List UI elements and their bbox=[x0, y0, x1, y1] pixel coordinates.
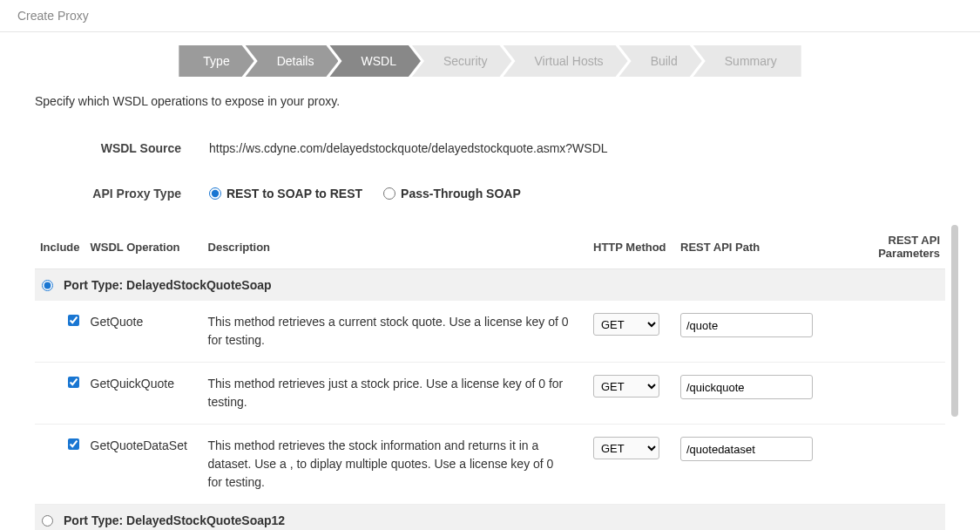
proxy-type-radio-passthrough[interactable] bbox=[383, 187, 395, 200]
proxy-type-label: API Proxy Type bbox=[35, 187, 209, 200]
operation-row-getquote: GetQuote This method retrieves a current… bbox=[35, 301, 945, 363]
col-include: Include bbox=[35, 225, 85, 269]
proxy-type-row: API Proxy Type REST to SOAP to REST Pass… bbox=[35, 180, 945, 207]
rest-path-input[interactable] bbox=[680, 375, 813, 399]
step-summary: Summary bbox=[693, 45, 801, 77]
rest-path-input[interactable] bbox=[680, 313, 813, 337]
http-method-select[interactable]: GET bbox=[593, 313, 659, 336]
step-security: Security bbox=[412, 45, 512, 77]
operations-table: Include WSDL Operation Description HTTP … bbox=[35, 225, 945, 530]
http-method-select[interactable]: GET bbox=[593, 437, 659, 459]
instruction-text: Specify which WSDL operations to expose … bbox=[35, 94, 945, 134]
step-build: Build bbox=[619, 45, 702, 77]
operation-name: GetQuoteDataSet bbox=[85, 425, 203, 505]
proxy-type-option-rest[interactable]: REST to SOAP to REST bbox=[209, 187, 362, 200]
operation-description: This method retrieves a current stock qu… bbox=[203, 301, 588, 363]
include-checkbox[interactable] bbox=[68, 315, 79, 326]
proxy-type-label-passthrough: Pass-Through SOAP bbox=[401, 187, 521, 200]
step-type[interactable]: Type bbox=[179, 45, 253, 77]
proxy-type-option-passthrough[interactable]: Pass-Through SOAP bbox=[383, 187, 521, 200]
operation-name: GetQuickQuote bbox=[85, 363, 203, 425]
step-details[interactable]: Details bbox=[246, 45, 339, 77]
scrollbar[interactable] bbox=[951, 225, 958, 417]
col-params: REST API Parameters bbox=[823, 225, 945, 269]
page-title: Create Proxy bbox=[17, 9, 89, 23]
port-radio-soap[interactable] bbox=[42, 280, 53, 291]
operation-description: This method retrieves the stock informat… bbox=[203, 425, 588, 505]
port-label: Port Type: DelayedStockQuoteSoap bbox=[64, 278, 272, 292]
operation-description: This method retrieves just a stock price… bbox=[203, 363, 588, 425]
step-virtual-hosts: Virtual Hosts bbox=[504, 45, 628, 77]
include-checkbox[interactable] bbox=[68, 438, 79, 450]
col-description: Description bbox=[203, 225, 588, 269]
port-row-soap12: Port Type: DelayedStockQuoteSoap12 bbox=[35, 505, 945, 531]
port-radio-soap12[interactable] bbox=[42, 515, 53, 527]
include-checkbox[interactable] bbox=[68, 377, 79, 388]
proxy-type-radio-rest[interactable] bbox=[209, 187, 221, 200]
operation-name: GetQuote bbox=[85, 301, 203, 363]
content-wrapper: Type Details WSDL Security Virtual Hosts… bbox=[17, 32, 963, 530]
col-method: HTTP Method bbox=[588, 225, 675, 269]
step-wsdl[interactable]: WSDL bbox=[329, 45, 420, 77]
proxy-type-label-rest: REST to SOAP to REST bbox=[226, 187, 362, 200]
col-path: REST API Path bbox=[675, 225, 823, 269]
port-row-soap: Port Type: DelayedStockQuoteSoap bbox=[35, 269, 945, 302]
port-label: Port Type: DelayedStockQuoteSoap12 bbox=[64, 513, 285, 527]
col-operation: WSDL Operation bbox=[85, 225, 203, 269]
operations-table-area: Include WSDL Operation Description HTTP … bbox=[35, 225, 945, 530]
rest-path-input[interactable] bbox=[680, 437, 813, 461]
page-header: Create Proxy bbox=[0, 0, 980, 32]
operation-row-getquotedataset: GetQuoteDataSet This method retrieves th… bbox=[35, 425, 945, 505]
operation-row-getquickquote: GetQuickQuote This method retrieves just… bbox=[35, 363, 945, 425]
wsdl-source-row: WSDL Source https://ws.cdyne.com/delayed… bbox=[35, 134, 945, 162]
wsdl-source-label: WSDL Source bbox=[35, 141, 209, 155]
wsdl-source-value: https://ws.cdyne.com/delayedstockquote/d… bbox=[209, 141, 945, 155]
http-method-select[interactable]: GET bbox=[593, 375, 659, 398]
wizard-stepper: Type Details WSDL Security Virtual Hosts… bbox=[35, 32, 945, 94]
